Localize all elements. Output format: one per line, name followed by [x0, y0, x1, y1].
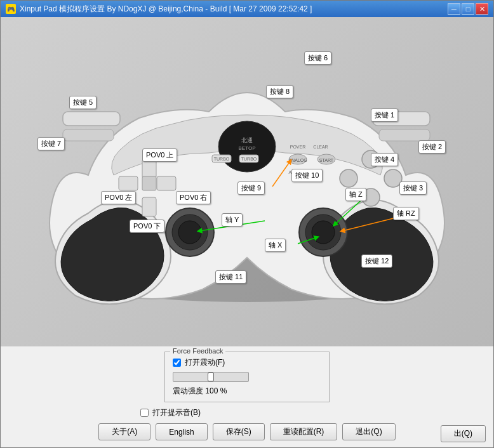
main-content: 北通 BETOP TURBO TURBO POVER CLEAR: [1, 17, 493, 447]
slider-thumb: [208, 372, 214, 381]
label-btn7[interactable]: 按键 7: [37, 137, 65, 150]
label-btn11[interactable]: 按键 11: [215, 270, 246, 284]
svg-rect-31: [63, 129, 114, 141]
minimize-button[interactable]: ─: [448, 3, 460, 15]
label-btn2[interactable]: 按键 2: [418, 140, 446, 154]
bottom-buttons: 关于(A) English 保存(S) 重读配置(R) 退出(Q): [13, 423, 481, 440]
label-pov-up[interactable]: POV0 上: [142, 148, 177, 162]
svg-rect-18: [157, 176, 176, 190]
svg-rect-30: [63, 112, 120, 126]
gamepad-container: 北通 BETOP TURBO TURBO POVER CLEAR: [18, 36, 476, 334]
svg-point-25: [312, 221, 335, 244]
slider-row: [173, 372, 321, 382]
close-button[interactable]: ✕: [476, 3, 488, 15]
title-buttons: ─ □ ✕: [448, 3, 488, 15]
slider-label-row: 震动强度 100 %: [173, 386, 321, 397]
svg-rect-16: [142, 197, 156, 216]
vibration-checkbox[interactable]: [173, 359, 181, 367]
svg-text:ANALOG: ANALOG: [288, 158, 307, 162]
vibration-slider[interactable]: [173, 372, 249, 382]
svg-text:BETOP: BETOP: [239, 145, 256, 151]
label-btn4[interactable]: 按键 4: [371, 153, 398, 166]
bottom-panel: Force Feedback 打开震动(F) 震动强度 100 %: [1, 346, 493, 447]
svg-rect-15: [142, 159, 156, 178]
svg-text:START: START: [319, 158, 334, 162]
maximize-button[interactable]: □: [462, 3, 474, 15]
about-button[interactable]: 关于(A): [98, 423, 150, 440]
gamepad-area: 北通 BETOP TURBO TURBO POVER CLEAR: [1, 17, 493, 346]
app-icon: 🎮: [6, 4, 16, 14]
vibration-label: 打开震动(F): [185, 357, 225, 368]
extra-btn-area: 出(Q): [441, 425, 486, 442]
label-pov-left[interactable]: POV0 左: [101, 191, 136, 204]
reload-button[interactable]: 重读配置(R): [270, 423, 338, 440]
force-feedback-group: Force Feedback 打开震动(F) 震动强度 100 %: [164, 352, 330, 402]
hint-label: 打开提示音(B): [152, 407, 201, 418]
vibration-row: 打开震动(F): [173, 357, 321, 368]
label-pov-right[interactable]: POV0 右: [176, 191, 211, 204]
hint-row: 打开提示音(B): [140, 407, 481, 418]
svg-point-22: [178, 221, 201, 244]
label-btn1[interactable]: 按键 1: [371, 109, 398, 122]
title-bar: 🎮 Xinput Pad 模拟程序设置 By NDogXJ @ Beijing,…: [1, 1, 493, 17]
label-axis-rz[interactable]: 轴 RZ: [393, 207, 419, 220]
label-btn6[interactable]: 按键 6: [304, 51, 331, 65]
svg-rect-33: [379, 129, 430, 141]
slider-value-label: 震动强度 100 %: [173, 386, 227, 397]
save-button[interactable]: 保存(S): [213, 423, 265, 440]
hint-checkbox[interactable]: [140, 409, 149, 417]
label-axis-z[interactable]: 轴 Z: [345, 188, 366, 201]
svg-text:北通: 北通: [241, 137, 253, 143]
label-btn9[interactable]: 按键 9: [237, 181, 265, 195]
label-btn12[interactable]: 按键 12: [361, 254, 392, 268]
english-button[interactable]: English: [156, 423, 207, 440]
title-bar-left: 🎮 Xinput Pad 模拟程序设置 By NDogXJ @ Beijing,…: [6, 4, 312, 15]
label-btn10[interactable]: 按键 10: [291, 169, 323, 182]
label-axis-x[interactable]: 轴 X: [265, 239, 286, 252]
label-pov-down[interactable]: POV0 下: [130, 220, 164, 233]
svg-rect-17: [119, 176, 138, 190]
svg-text:POVER: POVER: [290, 145, 306, 149]
window-title: Xinput Pad 模拟程序设置 By NDogXJ @ Beijing,Ch…: [20, 4, 312, 15]
label-axis-y[interactable]: 轴 Y: [222, 213, 243, 227]
svg-point-29: [340, 169, 357, 187]
svg-text:CLEAR: CLEAR: [313, 145, 328, 149]
svg-text:TURBO: TURBO: [241, 157, 257, 161]
svg-rect-19: [142, 176, 156, 190]
exit-button[interactable]: 出(Q): [441, 425, 486, 442]
svg-text:TURBO: TURBO: [214, 157, 230, 161]
main-window: 🎮 Xinput Pad 模拟程序设置 By NDogXJ @ Beijing,…: [0, 0, 494, 448]
force-feedback-legend: Force Feedback: [170, 347, 225, 355]
label-btn3[interactable]: 按键 3: [399, 181, 427, 195]
label-btn8[interactable]: 按键 8: [266, 85, 293, 98]
label-btn5[interactable]: 按键 5: [69, 96, 97, 109]
quit-button[interactable]: 退出(Q): [342, 423, 395, 440]
